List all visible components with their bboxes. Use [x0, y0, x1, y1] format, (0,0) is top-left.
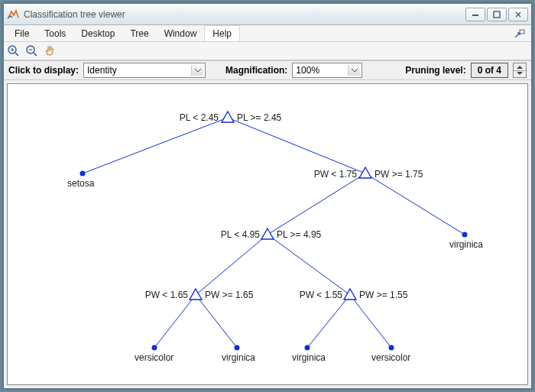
canvas-area: PL < 2.45 PL >= 2.45 PW < 1.75 PW >= 1.7… — [4, 80, 531, 388]
svg-line-12 — [196, 295, 237, 348]
node2-right: PW >= 1.75 — [374, 169, 423, 180]
tree-canvas[interactable]: PL < 2.45 PL >= 2.45 PW < 1.75 PW >= 1.7… — [7, 83, 528, 385]
leaf-versicolor: versicolor — [371, 352, 410, 363]
display-value: Identity — [87, 65, 117, 76]
menubar: File Tools Desktop Tree Window Help — [4, 25, 531, 42]
node1-left: PL < 2.45 — [160, 112, 219, 123]
menu-file[interactable]: File — [7, 25, 37, 41]
menu-desktop[interactable]: Desktop — [73, 25, 122, 41]
svg-line-9 — [196, 235, 268, 295]
display-label: Click to display: — [8, 65, 79, 76]
svg-rect-2 — [520, 30, 524, 34]
close-button[interactable] — [508, 8, 528, 21]
matlab-icon — [7, 8, 19, 21]
svg-line-10 — [268, 235, 350, 295]
magnification-value: 100% — [296, 65, 319, 76]
zoom-out-icon[interactable] — [25, 44, 39, 58]
leaf-virginica: virginica — [222, 352, 255, 363]
chevron-down-icon — [348, 65, 360, 76]
node3-right: PL >= 4.95 — [277, 229, 321, 240]
menu-window[interactable]: Window — [157, 25, 205, 41]
pruning-value: 0 of 4 — [471, 63, 508, 78]
window-title: Classification tree viewer — [24, 9, 465, 20]
node4-right: PW >= 1.65 — [205, 290, 253, 300]
menu-tools[interactable]: Tools — [37, 25, 73, 41]
spinner-down[interactable] — [514, 70, 526, 78]
svg-line-11 — [154, 295, 196, 348]
dock-button[interactable] — [514, 25, 528, 41]
node5-right: PW >= 1.55 — [359, 290, 407, 300]
app-window: Classification tree viewer File Tools De… — [3, 3, 532, 389]
svg-rect-1 — [494, 11, 500, 18]
window-controls — [465, 8, 528, 21]
pan-icon[interactable] — [44, 44, 57, 58]
zoom-in-icon[interactable] — [7, 44, 21, 58]
leaf-setosa: setosa — [67, 178, 94, 189]
toolbar — [4, 42, 531, 60]
minimize-button[interactable] — [465, 8, 485, 21]
svg-point-15 — [80, 171, 86, 177]
leaf-versicolor: versicolor — [135, 352, 173, 363]
chevron-down-icon — [191, 65, 203, 76]
node4-left: PW < 1.65 — [130, 290, 188, 300]
svg-line-5 — [83, 118, 228, 173]
svg-point-16 — [462, 232, 468, 238]
node1-right: PL >= 2.45 — [237, 112, 281, 123]
magnification-dropdown[interactable]: 100% — [292, 63, 362, 78]
svg-point-17 — [152, 345, 157, 351]
menu-help[interactable]: Help — [204, 25, 240, 41]
svg-point-19 — [305, 345, 310, 351]
node5-left: PW < 1.55 — [284, 290, 342, 300]
leaf-virginica: virginica — [292, 352, 326, 363]
svg-line-7 — [268, 173, 365, 235]
svg-line-6 — [228, 118, 365, 173]
svg-point-20 — [389, 345, 394, 351]
display-dropdown[interactable]: Identity — [83, 63, 206, 78]
svg-line-8 — [365, 173, 465, 235]
menu-tree[interactable]: Tree — [122, 25, 156, 41]
svg-line-13 — [307, 295, 350, 348]
titlebar: Classification tree viewer — [4, 4, 531, 25]
svg-rect-0 — [472, 15, 478, 16]
maximize-button[interactable] — [487, 8, 507, 21]
controlbar: Click to display: Identity Magnification… — [4, 60, 531, 80]
magnification-label: Magnification: — [225, 65, 287, 76]
pruning-spinner[interactable] — [513, 63, 527, 78]
pruning-label: Pruning level: — [405, 65, 465, 76]
leaf-virginica: virginica — [449, 239, 483, 250]
svg-line-14 — [350, 295, 391, 348]
svg-point-18 — [235, 345, 240, 351]
node2-left: PW < 1.75 — [302, 169, 357, 180]
spinner-up[interactable] — [514, 63, 526, 70]
node3-left: PL < 4.95 — [205, 229, 260, 240]
